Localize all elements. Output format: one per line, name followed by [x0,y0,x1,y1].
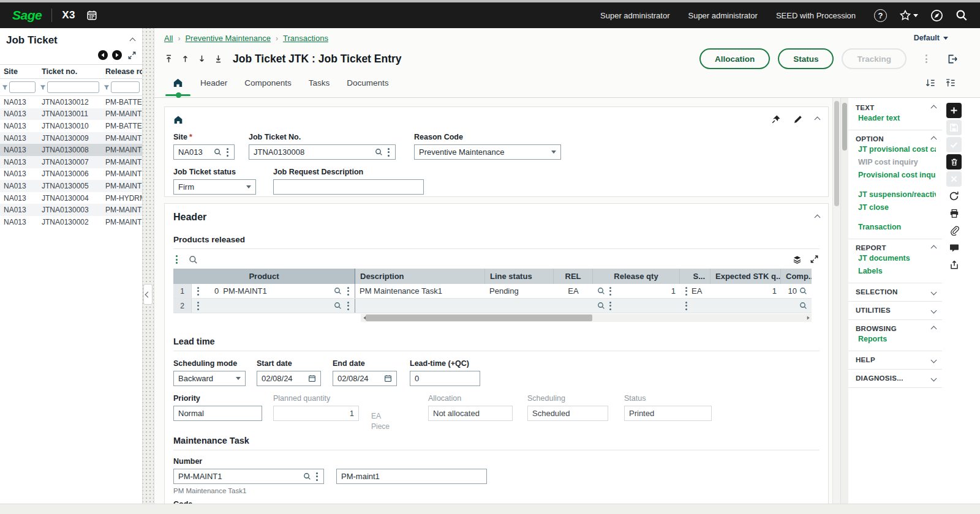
favorites-star-icon[interactable] [899,9,918,21]
panel-resize-gutter[interactable] [142,28,154,504]
grid-row[interactable]: 1 0 PM-MAINT1 PM Maintenance Task1 Pendi… [173,284,812,299]
expand-panel-icon[interactable] [128,51,136,59]
col-line-status[interactable]: Line status [485,269,554,284]
field-actions-icon[interactable] [386,147,391,158]
panel-link-reports[interactable]: Reports [856,332,936,345]
maintenance-number-field[interactable]: PM-MAINT1 [173,469,324,484]
column-header-ticket-no[interactable]: Ticket no. [38,65,102,78]
lookup-search-icon[interactable] [375,148,383,156]
panel-link-transaction[interactable]: Transaction [856,220,936,233]
grid-expand-icon[interactable] [810,255,818,264]
panel-section-header-utilities[interactable]: UTILITIES [856,307,936,314]
release-filter-input[interactable] [111,81,140,93]
scheduling-mode-select[interactable]: Backward [173,371,246,386]
left-table-row[interactable]: NA013JTNA0130004PM-HYDRMA [0,192,142,204]
maintenance-description-field[interactable]: PM-maint1 [336,469,487,484]
content-scrollbar[interactable] [832,98,840,504]
reason-code-select[interactable]: Preventive Maintenance [414,144,561,160]
tab-documents[interactable]: Documents [338,70,397,95]
left-table-row[interactable]: NA013JTNA0130011PM-MAINT2 [0,108,142,121]
allocation-button[interactable]: Allocation [699,48,770,69]
more-actions-icon[interactable] [924,53,929,64]
refresh-icon[interactable] [946,188,962,204]
panel-link-labels[interactable]: Labels [856,264,936,277]
last-record-icon[interactable] [214,54,223,64]
panel-section-header-help[interactable]: HELP [856,356,936,363]
ticket-filter-input[interactable] [47,81,99,93]
lead-time-qc-field[interactable]: 0 [410,371,480,386]
filter-funnel-icon[interactable] [40,84,46,91]
end-date-field[interactable]: 02/08/24 [333,371,397,386]
delete-trash-icon[interactable] [946,154,962,169]
explore-compass-icon[interactable] [930,9,943,22]
exit-icon[interactable] [946,53,958,65]
panel-section-header-browsing[interactable]: BROWSING [856,325,936,332]
filter-funnel-icon[interactable] [104,84,110,91]
scroll-right-arrow[interactable] [804,315,812,321]
previous-record-icon[interactable] [181,54,190,64]
cell-actions-icon[interactable] [608,286,612,297]
row-actions-icon[interactable] [196,300,200,311]
scrollbar-thumb[interactable] [366,315,592,321]
print-icon[interactable] [946,206,962,221]
field-actions-icon[interactable] [315,471,319,482]
tab-components[interactable]: Components [236,70,300,95]
cell-actions-icon[interactable] [346,300,350,311]
grid-row-empty[interactable]: 2 [173,299,812,313]
column-header-release-routing[interactable]: Release rout [102,65,142,78]
collapse-all-blocks-icon[interactable] [925,78,935,88]
right-panel-scrollbar[interactable] [840,98,848,504]
field-actions-icon[interactable] [225,147,230,158]
column-header-site[interactable]: Site [0,65,38,78]
cell-actions-icon[interactable] [684,300,688,311]
calendar-icon[interactable] [308,374,316,382]
export-share-icon[interactable] [946,257,962,272]
new-icon[interactable] [946,103,962,118]
left-table-row[interactable]: NA013JTNA0130009PM-MAINT1 [0,132,142,144]
lookup-search-icon[interactable] [597,302,605,310]
lookup-search-icon[interactable] [799,287,807,295]
endpoint-name[interactable]: SEED with Procession [776,11,856,20]
panel-section-header-diagnosis[interactable]: DIAGNOSIS... [856,374,936,382]
panel-section-header-report[interactable]: REPORT [856,244,936,251]
filter-funnel-icon[interactable] [2,84,8,91]
site-filter-input[interactable] [9,81,36,93]
collapse-section-chevron-icon[interactable] [815,214,821,220]
row-actions-icon[interactable] [196,286,200,297]
scrollbar-thumb[interactable] [842,103,847,151]
comment-bubble-icon[interactable] [946,240,962,255]
grid-actions-icon[interactable] [175,254,179,265]
tab-header[interactable]: Header [192,70,236,95]
cell-actions-icon[interactable] [346,286,350,297]
left-table-row[interactable]: NA013JTNA0130007PM-MAINT [0,156,142,168]
panel-link-jt-provisional-cost-calcula[interactable]: JT provisional cost calcula... [856,143,936,155]
attachment-paperclip-icon[interactable] [946,223,962,238]
collapse-panel-chevron-icon[interactable] [130,37,136,43]
lookup-search-icon[interactable] [303,472,311,480]
left-table-row[interactable]: NA013JTNA0130012PM-BATTERY [0,96,142,108]
user-role[interactable]: Super administrator [600,11,669,20]
panel-link-jt-documents[interactable]: JT documents [856,251,936,264]
panel-link-header-text[interactable]: Header text [856,111,936,124]
breadcrumb-preventive-maintenance[interactable]: Preventive Maintenance [185,34,270,43]
help-icon[interactable]: ? [874,9,887,22]
job-ticket-status-select[interactable]: Firm [173,179,256,195]
grid-search-icon[interactable] [189,255,198,264]
left-table-row[interactable]: NA013JTNA0130003PM-MAINT [0,204,142,216]
panel-section-header-selection[interactable]: SELECTION [856,288,936,296]
left-table-row[interactable]: NA013JTNA0130006PM-MAINT [0,168,142,181]
cell-actions-icon[interactable] [684,286,688,297]
tab-tasks[interactable]: Tasks [300,70,339,95]
cell-actions-icon[interactable] [608,300,612,311]
panel-link-provisional-cost-inquiry[interactable]: Provisional cost inquiry [856,168,936,181]
pin-icon[interactable] [771,114,781,124]
col-release-qty[interactable]: Release qty [593,269,680,284]
panel-section-header-text[interactable]: TEXT [856,104,936,111]
lookup-search-icon[interactable] [799,302,807,310]
col-comp[interactable]: Comp... [781,269,812,284]
job-ticket-no-field[interactable]: JTNA0130008 [249,144,396,160]
col-expected-stk[interactable]: Expected STK q... [710,269,781,284]
next-record-icon[interactable] [112,50,122,60]
first-record-icon[interactable] [164,54,173,64]
lookup-search-icon[interactable] [214,148,222,156]
